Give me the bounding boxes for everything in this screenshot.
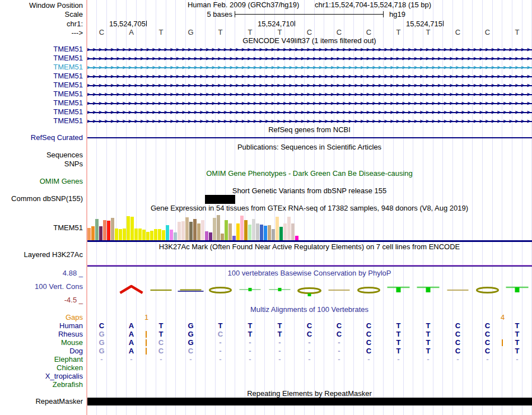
multiz-label-chicken[interactable]: Chicken (0, 364, 83, 372)
dbsnp-track-title[interactable]: Short Genetic Variants from dbSNP releas… (87, 187, 532, 195)
aln-human-base-14: T (502, 322, 532, 330)
omim-genes-label[interactable]: OMIM Genes (0, 178, 83, 185)
sequence-base-13: C (473, 29, 502, 36)
refseq-track-title[interactable]: RefSeq genes from NCBI (87, 126, 532, 134)
repeatmasker-label[interactable]: RepeatMasker (0, 398, 83, 405)
aln-elephant-base-13: - (473, 356, 502, 363)
aln-mouse-base-3: G (176, 339, 206, 347)
aln-dog-base-7: - (295, 347, 324, 355)
aln-rhesus-base-12: C (443, 330, 473, 338)
multiz-label-x_tropicalis[interactable]: X_tropicalis (0, 372, 83, 380)
gene-label-8[interactable]: TMEM51 (0, 117, 83, 125)
multiz-label-elephant[interactable]: Elephant (0, 356, 83, 363)
gtex-tissue-bar-33 (217, 215, 220, 240)
assembly-position-header: Human Feb. 2009 (GRCh37/hg19) chr1:15,52… (87, 1, 532, 9)
gene-transcript-row-0[interactable]: >>>>>>>>>>>>>>>>>>>>>>>>>>>>>>>>>>>>>>>>… (87, 45, 532, 54)
gtex-track-title[interactable]: Gene Expression in 54 tissues from GTEx … (87, 204, 532, 212)
multiz-label-human[interactable]: Human (0, 322, 83, 330)
aln-mouse-base-7: - (295, 339, 324, 347)
refseq-curated-line[interactable] (87, 137, 532, 138)
aln-mouse-base-5: - (235, 339, 265, 347)
gtex-tissue-bar-51 (287, 217, 291, 240)
phylop-track-title[interactable]: 100 vertebrates Basewise Conservation by… (87, 269, 532, 277)
multiz-track-title[interactable]: Multiz Alignments of 100 Vertebrates (87, 306, 532, 314)
aln-rhesus-base-13: C (473, 330, 502, 338)
refseq-curated-label[interactable]: RefSeq Curated (0, 134, 83, 142)
gene-transcript-row-7[interactable]: >>>>>>>>>>>>>>>>>>>>>>>>>>>>>>>>>>>>>>>>… (87, 108, 532, 116)
ruler-tick-0 (146, 21, 147, 26)
aln-rhesus-base-10: T (384, 330, 413, 338)
gtex-gene-label[interactable]: TMEM51 (0, 224, 83, 232)
aln-rhesus-base-14: T (502, 330, 532, 338)
gene-direction-arrows: >>>>>>>>>>>>>>>>>>>>>>>>>>>>>>>>>>>>>>>>… (87, 45, 532, 54)
gtex-tissue-bar-22 (174, 232, 177, 240)
gene-label-5[interactable]: TMEM51 (0, 90, 83, 98)
gtex-tissue-bar-15 (146, 232, 150, 240)
omim-track-title[interactable]: OMIM Gene Phenotypes - Dark Green Can Be… (87, 170, 532, 178)
multiz-label-mouse[interactable]: Mouse (0, 339, 83, 347)
aln-gap-bar (502, 339, 503, 346)
sequences-label[interactable]: Sequences (0, 151, 83, 159)
dbsnp-variant-bar[interactable] (205, 195, 235, 204)
phylop-conservation-wiggle[interactable] (87, 280, 532, 302)
gtex-tissue-bar-29 (201, 220, 204, 240)
gene-label-3[interactable]: TMEM51 (0, 72, 83, 80)
aln-mouse-base-8: - (324, 339, 354, 347)
gtex-tissue-bar-32 (213, 218, 216, 240)
aln-human-base-5: T (235, 322, 265, 330)
browser-track-area[interactable]: Human Feb. 2009 (GRCh37/hg19) chr1:15,52… (87, 0, 532, 415)
gene-transcript-row-2[interactable]: >>>>>>>>>>>>>>>>>>>>>>>>>>>>>>>>>>>>>>>>… (87, 63, 532, 72)
gene-transcript-row-5[interactable]: >>>>>>>>>>>>>>>>>>>>>>>>>>>>>>>>>>>>>>>>… (87, 90, 532, 99)
vert-cons-label[interactable]: 100 Vert. Cons (0, 283, 83, 291)
gene-label-2[interactable]: TMEM51 (0, 63, 83, 71)
gene-transcript-row-6[interactable]: >>>>>>>>>>>>>>>>>>>>>>>>>>>>>>>>>>>>>>>>… (87, 99, 532, 108)
repeatmasker-track-title[interactable]: Repeating Elements by RepeatMasker (87, 390, 532, 398)
gene-direction-arrows: >>>>>>>>>>>>>>>>>>>>>>>>>>>>>>>>>>>>>>>>… (87, 54, 532, 63)
gtex-tissue-bar-3 (99, 226, 102, 240)
gene-transcript-row-3[interactable]: >>>>>>>>>>>>>>>>>>>>>>>>>>>>>>>>>>>>>>>>… (87, 72, 532, 81)
gene-label-4[interactable]: TMEM51 (0, 81, 83, 89)
gene-transcript-row-4[interactable]: >>>>>>>>>>>>>>>>>>>>>>>>>>>>>>>>>>>>>>>>… (87, 81, 532, 90)
gene-transcript-row-1[interactable]: >>>>>>>>>>>>>>>>>>>>>>>>>>>>>>>>>>>>>>>>… (87, 54, 532, 63)
aln-human-base-9: C (354, 322, 384, 330)
multiz-label-gaps[interactable]: Gaps (0, 314, 83, 321)
snps-label[interactable]: SNPs (0, 160, 83, 168)
aln-rhesus-base-0: G (87, 330, 116, 338)
gtex-tissue-bar-24 (181, 221, 185, 240)
h3k27ac-track-title[interactable]: H3K27Ac Mark (Often Found Near Active Re… (87, 243, 532, 251)
aln-dog-base-6: - (265, 347, 295, 355)
repeatmasker-element-bar[interactable] (87, 398, 532, 405)
gtex-tissue-bar-1 (91, 226, 95, 240)
gene-label-1[interactable]: TMEM51 (0, 54, 83, 62)
genome-browser-image: Window PositionScalechr1:--->TMEM51TMEM5… (0, 0, 532, 415)
aln-gap-bar (146, 339, 147, 346)
aln-elephant-base-0: - (87, 356, 116, 363)
aln-gap-bar (146, 331, 147, 338)
scale-bar-right-tick (383, 11, 384, 17)
scale-label: Scale (0, 11, 83, 18)
gap-count-4: 4 (488, 314, 517, 321)
aln-dog-base-10: T (384, 347, 413, 355)
aln-human-base-6: T (265, 322, 295, 330)
track-left-edge-line (86, 0, 87, 415)
multiz-label-rhesus[interactable]: Rhesus (0, 330, 83, 338)
aln-human-base-11: T (413, 322, 443, 330)
multiz-label-zebrafish[interactable]: Zebrafish (0, 381, 83, 389)
gene-label-7[interactable]: TMEM51 (0, 108, 83, 116)
gtex-expression-bars[interactable] (87, 215, 532, 240)
gencode-track-title[interactable]: GENCODE V49lift37 (1 items filtered out) (87, 37, 532, 45)
gene-label-0[interactable]: TMEM51 (0, 45, 83, 53)
publications-track-title[interactable]: Publications: Sequences in Scientific Ar… (87, 143, 532, 151)
h3k27ac-signal-line-bottom[interactable] (87, 265, 532, 267)
gtex-tissue-bar-11 (130, 217, 134, 240)
aln-mouse-base-1: A (116, 339, 146, 347)
gene-direction-arrows: >>>>>>>>>>>>>>>>>>>>>>>>>>>>>>>>>>>>>>>>… (87, 81, 532, 90)
layered-h3k27ac-label[interactable]: Layered H3K27Ac (0, 251, 83, 259)
gene-label-6[interactable]: TMEM51 (0, 99, 83, 107)
multiz-label-dog[interactable]: Dog (0, 347, 83, 355)
gene-transcript-row-8[interactable]: >>>>>>>>>>>>>>>>>>>>>>>>>>>>>>>>>>>>>>>>… (87, 117, 532, 125)
gtex-tissue-bar-12 (134, 229, 138, 240)
aln-dog-base-8: - (324, 347, 354, 355)
common-dbsnp-label[interactable]: Common dbSNP(155) (0, 195, 83, 203)
ruler-tick-2 (443, 21, 444, 26)
